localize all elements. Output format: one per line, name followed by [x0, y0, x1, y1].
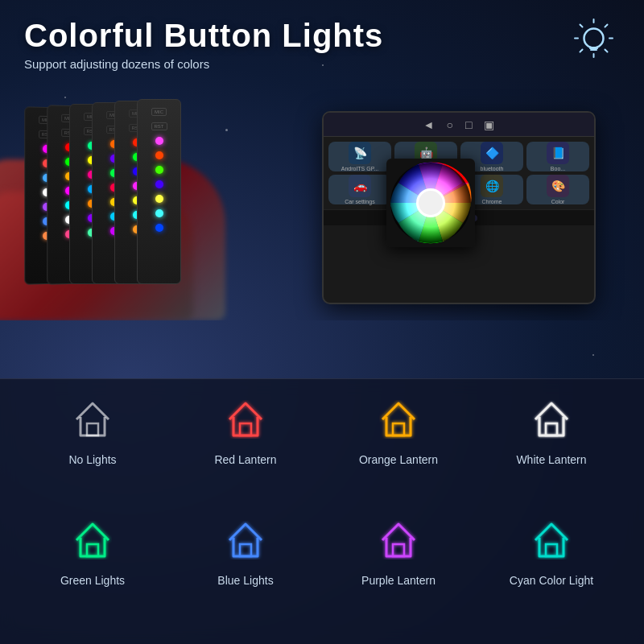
- svg-line-7: [580, 25, 583, 27]
- device-nav-bar: ◄ ○ □ ▣: [324, 113, 594, 137]
- label-blue-lights: Blue Lights: [217, 574, 273, 587]
- main-device: ◄ ○ □ ▣ 📡 AndroITS GP... 🤖 APK install..…: [322, 111, 596, 304]
- app-androids[interactable]: 📡 AndroITS GP...: [328, 142, 391, 171]
- device-area: MIC RST MIC RST: [0, 87, 644, 320]
- bulb-icon: [572, 16, 616, 64]
- app-carmate[interactable]: 📍 CarMate: [394, 175, 457, 204]
- label-no-lights: No Lights: [68, 453, 116, 466]
- app-car-settings[interactable]: 🚗 Car settings: [328, 175, 391, 204]
- light-item-orange-lantern[interactable]: Orange Lantern: [322, 395, 475, 466]
- house-icon-orange-lantern: [374, 395, 423, 444]
- house-icon-red-lantern: [221, 395, 270, 444]
- app-color[interactable]: 🎨 Color: [526, 175, 589, 204]
- label-orange-lantern: Orange Lantern: [359, 453, 438, 466]
- house-icon-blue-lights: [221, 516, 270, 564]
- lights-row-2: Green Lights Blue Lights: [16, 516, 628, 629]
- svg-line-8: [605, 50, 608, 52]
- panel-stack-container: MIC RST MIC RST: [24, 99, 233, 308]
- header: Colorful Button Lights Support adjusting…: [0, 0, 644, 79]
- recent-icon: □: [465, 118, 472, 131]
- svg-line-10: [580, 50, 583, 52]
- back-icon: ◄: [423, 118, 435, 131]
- svg-rect-23: [546, 544, 557, 556]
- house-icon-cyan-light: [527, 516, 576, 564]
- menu-icon: ▣: [484, 118, 494, 131]
- svg-rect-22: [393, 544, 404, 556]
- label-white-lantern: White Lantern: [516, 453, 586, 466]
- light-item-purple-lantern[interactable]: Purple Lantern: [322, 516, 475, 587]
- label-red-lantern: Red Lantern: [214, 453, 276, 466]
- svg-rect-21: [240, 544, 251, 556]
- apps-grid: 📡 AndroITS GP... 🤖 APK install... 🔷 blue…: [324, 137, 594, 209]
- svg-point-15: [419, 191, 443, 215]
- header-subtitle: Support adjusting dozens of colors: [24, 57, 620, 71]
- svg-rect-16: [87, 423, 98, 436]
- svg-rect-17: [240, 423, 251, 436]
- app-book[interactable]: 📘 Boo...: [526, 142, 589, 171]
- light-item-white-lantern[interactable]: White Lantern: [475, 395, 628, 466]
- svg-rect-2: [590, 49, 597, 51]
- svg-rect-1: [589, 47, 598, 49]
- page-title: Colorful Button Lights: [24, 18, 620, 54]
- house-icon-green-lights: [68, 516, 117, 564]
- panel-layer-6: MIC RST: [137, 99, 181, 284]
- svg-rect-20: [87, 544, 98, 556]
- label-cyan-light: Cyan Color Light: [510, 574, 593, 587]
- house-icon-no-lights: [68, 395, 117, 444]
- svg-rect-18: [393, 423, 404, 436]
- title-text: Colorful Button Lights: [24, 18, 383, 54]
- svg-point-0: [584, 29, 604, 48]
- house-icon-white-lantern: [527, 395, 576, 444]
- house-icon-purple-lantern: [374, 516, 423, 564]
- label-green-lights: Green Lights: [60, 574, 125, 587]
- lights-panel: No Lights Red Lantern: [0, 378, 644, 644]
- light-item-red-lantern[interactable]: Red Lantern: [169, 395, 322, 466]
- svg-rect-19: [546, 423, 557, 436]
- light-item-no-lights[interactable]: No Lights: [16, 395, 169, 466]
- label-purple-lantern: Purple Lantern: [361, 574, 436, 587]
- color-wheel-overlay[interactable]: [386, 159, 475, 247]
- svg-line-9: [605, 25, 608, 27]
- home-icon: ○: [446, 118, 452, 131]
- light-item-blue-lights[interactable]: Blue Lights: [169, 516, 322, 587]
- lights-row-1: No Lights Red Lantern: [16, 395, 628, 508]
- light-item-green-lights[interactable]: Green Lights: [16, 516, 169, 587]
- light-item-cyan-light[interactable]: Cyan Color Light: [475, 516, 628, 587]
